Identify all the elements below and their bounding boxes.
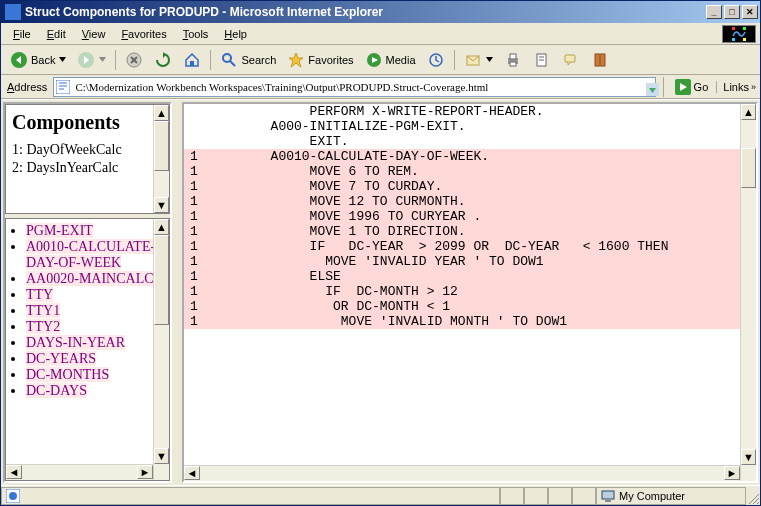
scroll-thumb[interactable]: [741, 148, 756, 188]
code-line: EXIT.: [184, 134, 740, 149]
paragraph-link[interactable]: PGM-EXIT: [26, 223, 169, 239]
menu-favorites[interactable]: Favorites: [113, 26, 174, 42]
code-line: 1 ELSE: [184, 269, 740, 284]
address-input[interactable]: [73, 80, 641, 94]
print-icon: [504, 51, 522, 69]
paragraph-link[interactable]: AA0020-MAINCALC: [26, 271, 169, 287]
stop-button[interactable]: [120, 48, 148, 72]
scroll-thumb[interactable]: [154, 121, 169, 171]
scroll-left-icon[interactable]: ◄: [6, 465, 22, 479]
print-button[interactable]: [499, 48, 527, 72]
code-line: 1 IF DC-MONTH > 12: [184, 284, 740, 299]
menu-tools[interactable]: Tools: [175, 26, 217, 42]
go-button[interactable]: Go: [671, 79, 713, 95]
titlebar: Struct Components for PRODUPD - Microsof…: [1, 1, 760, 23]
address-field-container: [53, 77, 655, 97]
paragraph-link[interactable]: TTY2: [26, 319, 169, 335]
paragraph-link[interactable]: TTY: [26, 287, 169, 303]
edit-button[interactable]: [528, 48, 556, 72]
scroll-down-icon[interactable]: ▼: [154, 197, 169, 213]
resize-grip[interactable]: [746, 487, 760, 505]
history-button[interactable]: [422, 48, 450, 72]
browser-window: Struct Components for PRODUPD - Microsof…: [0, 0, 761, 506]
svg-point-9: [223, 54, 231, 62]
code-line: 1 MOVE 'INVALID MONTH ' TO DOW1: [184, 314, 740, 329]
status-cell: [500, 487, 524, 505]
favorites-button[interactable]: Favorites: [282, 48, 358, 72]
scroll-thumb[interactable]: [154, 235, 169, 325]
scrollbar-vertical[interactable]: ▲ ▼: [153, 219, 169, 480]
paragraph-link[interactable]: DC-YEARS: [26, 351, 169, 367]
scrollbar-vertical[interactable]: ▲ ▼: [153, 105, 169, 213]
paragraph-link[interactable]: DC-DAYS: [26, 383, 169, 399]
research-button[interactable]: [586, 48, 614, 72]
menu-help[interactable]: Help: [216, 26, 255, 42]
frame-splitter[interactable]: [174, 100, 180, 485]
menu-file[interactable]: File: [5, 26, 39, 42]
home-icon: [183, 51, 201, 69]
scroll-up-icon[interactable]: ▲: [154, 105, 169, 121]
mail-button[interactable]: [459, 48, 498, 72]
svg-rect-15: [510, 54, 516, 59]
svg-line-32: [757, 502, 759, 504]
svg-rect-29: [605, 500, 611, 502]
code-line: 1 MOVE 12 TO CURMONTH.: [184, 194, 740, 209]
scrollbar-horizontal[interactable]: ◄ ►: [184, 465, 740, 481]
chevron-down-icon[interactable]: [646, 83, 653, 90]
forward-button[interactable]: [72, 48, 111, 72]
svg-line-10: [230, 61, 235, 66]
close-button[interactable]: ✕: [742, 5, 758, 19]
paragraph-link[interactable]: A0010-CALCULATE-DAY-OF-WEEK: [26, 239, 169, 271]
ie-icon: [5, 4, 21, 20]
code-listing: PERFORM X-WRITE-REPORT-HEADER. A000-INIT…: [184, 104, 740, 329]
status-zone-label: My Computer: [619, 490, 685, 502]
media-button[interactable]: Media: [360, 48, 421, 72]
paragraph-link[interactable]: DAYS-IN-YEAR: [26, 335, 169, 351]
toolbar: Back Search Favorites Media: [1, 45, 760, 75]
code-pane: PERFORM X-WRITE-REPORT-HEADER. A000-INIT…: [182, 102, 758, 483]
ie-page-icon: [6, 489, 20, 503]
status-left: [1, 487, 500, 505]
home-button[interactable]: [178, 48, 206, 72]
scroll-right-icon[interactable]: ►: [137, 465, 153, 479]
menu-view[interactable]: View: [74, 26, 114, 42]
favorites-label: Favorites: [308, 54, 353, 66]
ie-page-icon: [56, 80, 70, 94]
discuss-button[interactable]: [557, 48, 585, 72]
minimize-button[interactable]: _: [706, 5, 722, 19]
search-icon: [220, 51, 238, 69]
stop-icon: [125, 51, 143, 69]
code-line: PERFORM X-WRITE-REPORT-HEADER.: [184, 104, 740, 119]
edit-icon: [533, 51, 551, 69]
book-icon: [591, 51, 609, 69]
separator: [663, 77, 664, 97]
search-button[interactable]: Search: [215, 48, 281, 72]
refresh-button[interactable]: [149, 48, 177, 72]
menu-edit[interactable]: Edit: [39, 26, 74, 42]
sidebar: Components 1: DayOfWeekCalc 2: DaysInYea…: [3, 102, 172, 483]
component-item[interactable]: 2: DaysInYearCalc: [12, 160, 163, 176]
maximize-button[interactable]: □: [724, 5, 740, 19]
scroll-down-icon[interactable]: ▼: [154, 448, 169, 464]
scroll-down-icon[interactable]: ▼: [741, 449, 756, 465]
scrollbar-horizontal[interactable]: ◄ ►: [6, 464, 153, 480]
media-icon: [365, 51, 383, 69]
back-button[interactable]: Back: [5, 48, 71, 72]
scroll-up-icon[interactable]: ▲: [154, 219, 169, 235]
paragraph-link[interactable]: TTY1: [26, 303, 169, 319]
chevron-down-icon: [59, 56, 66, 63]
scroll-right-icon[interactable]: ►: [724, 466, 740, 480]
svg-rect-4: [743, 38, 746, 41]
links-button[interactable]: Links »: [716, 81, 756, 93]
paragraph-link-list: PGM-EXITA0010-CALCULATE-DAY-OF-WEEKAA002…: [12, 223, 169, 399]
scroll-up-icon[interactable]: ▲: [741, 104, 756, 120]
paragraph-link[interactable]: DC-MONTHS: [26, 367, 169, 383]
chevron-down-icon: [99, 56, 106, 63]
component-item[interactable]: 1: DayOfWeekCalc: [12, 142, 163, 158]
separator: [115, 50, 116, 70]
svg-rect-1: [732, 27, 735, 30]
chevron-right-icon: »: [751, 82, 756, 92]
scroll-left-icon[interactable]: ◄: [184, 466, 200, 480]
search-label: Search: [241, 54, 276, 66]
scrollbar-vertical[interactable]: ▲ ▼: [740, 104, 756, 481]
